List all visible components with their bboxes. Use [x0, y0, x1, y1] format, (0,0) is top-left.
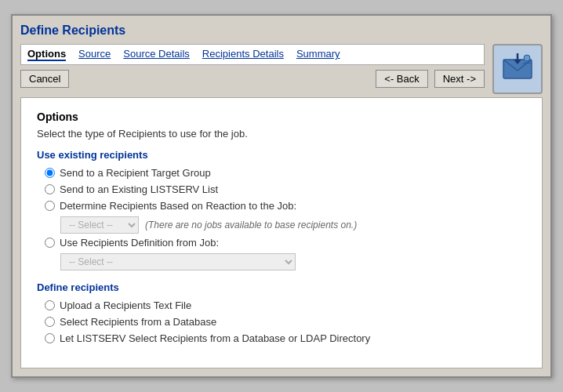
tabs-bar: Options Source Source Details Recipients…: [20, 44, 485, 65]
main-panel: Options Select the type of Recipients to…: [20, 97, 543, 368]
nav-buttons: <- Back Next ->: [376, 70, 485, 88]
header-content: Options Source Source Details Recipients…: [20, 44, 485, 91]
tab-source[interactable]: Source: [78, 48, 111, 61]
section-title: Options: [37, 111, 526, 123]
back-button[interactable]: <- Back: [376, 70, 427, 88]
radio-item-4: Use Recipients Definition from Job:: [45, 237, 526, 249]
group1-title: Use existing recipients: [37, 149, 526, 161]
svg-point-5: [524, 55, 530, 61]
page-title: Define Recipients: [20, 24, 543, 38]
hint-r3: (There are no jobs available to base rec…: [145, 220, 357, 230]
group1-radio-group: Send to a Recipient Target Group Send to…: [37, 167, 526, 270]
radio-item-5: Upload a Recipients Text File: [45, 299, 526, 311]
tab-source-details[interactable]: Source Details: [123, 48, 190, 61]
radio-item-3: Determine Recipients Based on Reaction t…: [45, 200, 526, 212]
radio-item-7: Let LISTSERV Select Recipients from a Da…: [45, 332, 526, 344]
section-desc: Select the type of Recipients to use for…: [37, 128, 526, 140]
recipients-icon-box: [492, 44, 543, 94]
header-row: Options Source Source Details Recipients…: [20, 44, 543, 94]
tab-summary[interactable]: Summary: [296, 48, 340, 61]
radio-reaction[interactable]: [45, 201, 55, 211]
radio-upload-text-file[interactable]: [45, 300, 55, 310]
radio-label-2[interactable]: Send to an Existing LISTSERV List: [60, 183, 218, 195]
outer-container: Define Recipients Options Source Source …: [11, 14, 552, 378]
select-row-r4: -- Select --: [45, 253, 526, 270]
radio-item-1: Send to a Recipient Target Group: [45, 167, 526, 179]
select-job-definition[interactable]: -- Select --: [60, 253, 296, 270]
radio-send-target-group[interactable]: [45, 168, 55, 178]
radio-select-from-database[interactable]: [45, 317, 55, 327]
radio-item-2: Send to an Existing LISTSERV List: [45, 183, 526, 195]
radio-item-6: Select Recipients from a Database: [45, 316, 526, 328]
recipients-icon: [500, 52, 535, 86]
group2-title: Define recipients: [37, 281, 526, 293]
group2-radio-group: Upload a Recipients Text File Select Rec…: [37, 299, 526, 344]
radio-send-listserv[interactable]: [45, 184, 55, 194]
radio-label-1[interactable]: Send to a Recipient Target Group: [60, 167, 211, 179]
tab-recipients-details[interactable]: Recipients Details: [202, 48, 284, 61]
radio-listserv-ldap[interactable]: [45, 333, 55, 343]
radio-label-7[interactable]: Let LISTSERV Select Recipients from a Da…: [60, 332, 370, 344]
radio-label-5[interactable]: Upload a Recipients Text File: [60, 299, 191, 311]
tab-options[interactable]: Options: [27, 48, 66, 61]
radio-label-3[interactable]: Determine Recipients Based on Reaction t…: [60, 200, 296, 212]
cancel-button[interactable]: Cancel: [20, 70, 69, 88]
radio-label-4[interactable]: Use Recipients Definition from Job:: [60, 237, 219, 249]
cancel-area: Cancel <- Back Next ->: [20, 70, 485, 88]
select-reaction[interactable]: -- Select --: [60, 216, 139, 234]
radio-label-6[interactable]: Select Recipients from a Database: [60, 316, 216, 328]
radio-definition-from-job[interactable]: [45, 238, 55, 248]
select-row-r3: -- Select -- (There are no jobs availabl…: [45, 216, 526, 234]
next-button[interactable]: Next ->: [434, 70, 485, 88]
